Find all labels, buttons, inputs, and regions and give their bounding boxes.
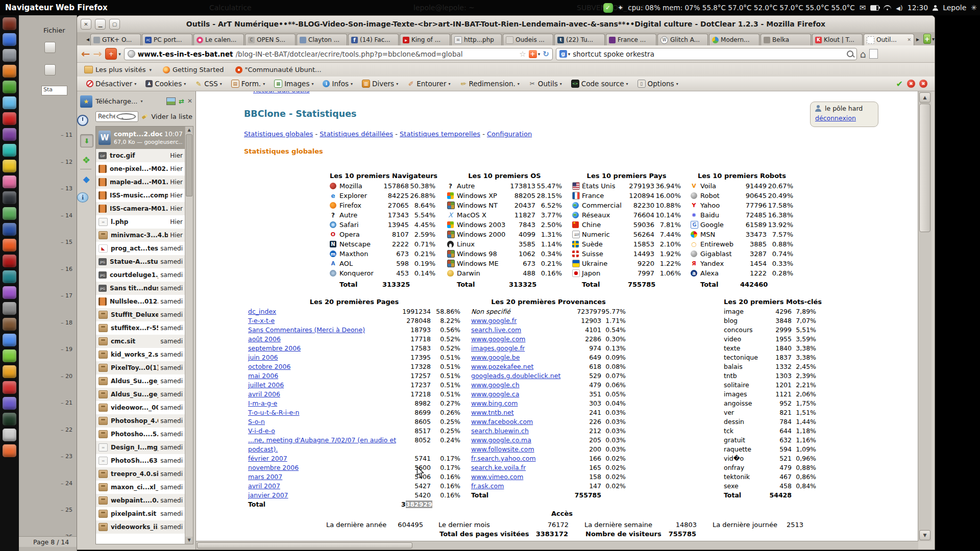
- download-list-item[interactable]: videowor..._00.zipsamedi: [96, 401, 185, 414]
- row-link[interactable]: www.facebook.com: [471, 417, 572, 427]
- row-link[interactable]: septembre 2006: [248, 344, 401, 353]
- webdev-menu-images[interactable]: Images▾: [270, 80, 317, 88]
- webdev-menu-source[interactable]: Code source▾: [567, 80, 632, 88]
- download-list-item[interactable]: kid_works_2.sitsamedi: [96, 348, 185, 361]
- webdev-menu-info[interactable]: Infos▾: [318, 80, 357, 88]
- row-link[interactable]: www.google.co.ma: [471, 436, 572, 445]
- chevron-down-icon[interactable]: ▾: [140, 99, 142, 104]
- reload-icon[interactable]: ↻: [543, 49, 549, 59]
- download-list-item[interactable]: stuffitex...r-55.sitsamedi: [96, 321, 185, 335]
- css-valid-icon[interactable]: ✔: [896, 79, 903, 89]
- scroll-down-icon[interactable]: ▼: [919, 530, 930, 540]
- dock-app-icon[interactable]: [3, 144, 16, 157]
- row-link[interactable]: V-i-d-e-o: [248, 427, 401, 436]
- row-link[interactable]: www.google.fr: [471, 316, 572, 325]
- dock-app-icon[interactable]: [3, 49, 16, 62]
- download-list-item[interactable]: Design_I...mg_.binsamedi: [96, 441, 185, 454]
- tab-scroll-left-icon[interactable]: ◂: [86, 36, 89, 43]
- tab-klout-t-[interactable]: Klout | T...: [812, 34, 863, 45]
- download-list-item[interactable]: ISS-music...comp.mp4Hier: [96, 189, 185, 202]
- bookmark-star-icon[interactable]: ☆: [519, 49, 526, 59]
- add-icon[interactable]: +: [529, 50, 537, 58]
- dock-app-icon[interactable]: [3, 413, 16, 425]
- download-list-item[interactable]: troc.gifHier: [96, 149, 185, 162]
- list-all-tabs-icon[interactable]: ▾: [932, 36, 935, 42]
- addons-panel-icon[interactable]: ❖: [80, 154, 92, 166]
- row-link[interactable]: janvier 2007: [248, 491, 401, 500]
- scroll-up-icon[interactable]: ▲: [185, 127, 193, 134]
- row-link[interactable]: www.google.be: [471, 353, 572, 362]
- row-link[interactable]: février 2007: [248, 454, 401, 463]
- dock-app-icon[interactable]: [3, 160, 16, 172]
- window-titlebar[interactable]: ✕ ▁ ▢ Outils - ArT Numérique••**-BLOG-Vi…: [77, 16, 935, 33]
- scrollbar-thumb[interactable]: [186, 134, 192, 196]
- scrollbar-thumb[interactable]: [197, 542, 412, 548]
- row-link[interactable]: fr.ask.com: [471, 482, 572, 491]
- row-link[interactable]: avril 2007: [248, 482, 401, 491]
- downloads-search-input[interactable]: Recherc: [95, 111, 138, 122]
- row-link[interactable]: I-m-a-g-e: [248, 399, 401, 408]
- download-list-item[interactable]: Nullslee...012.mp4samedi: [96, 295, 185, 308]
- username[interactable]: Lepole: [943, 4, 966, 12]
- horizontal-scrollbar[interactable]: [196, 541, 918, 549]
- tab-clayton-[interactable]: Clayton ...: [297, 34, 347, 45]
- url-bar[interactable]: www.t-es-in-t-es-bat.net /blog-IN-et-BAT…: [124, 48, 553, 60]
- bookmark-item[interactable]: "Communauté Ubunt...: [235, 66, 322, 73]
- row-link[interactable]: search.bluewin.ch: [471, 427, 572, 436]
- download-list-item[interactable]: Sans tit...ndus.jpgsamedi: [96, 282, 185, 295]
- download-list-item[interactable]: one-pixel...-M02.movHier: [96, 162, 185, 176]
- error-icon[interactable]: ✖: [919, 80, 927, 88]
- window-close-button[interactable]: ✕: [81, 19, 91, 30]
- background-toolbar-icon[interactable]: [44, 42, 56, 53]
- bookmark-item[interactable]: Getting Started: [163, 66, 224, 73]
- tab--22-tu-[interactable]: (22) Tu...: [554, 34, 605, 45]
- dock-app-icon[interactable]: [3, 223, 16, 236]
- window-minimize-button[interactable]: ▁: [95, 19, 106, 30]
- row-link[interactable]: search.live.com: [471, 325, 572, 335]
- row-link[interactable]: juin 2006: [248, 353, 401, 362]
- download-list-item[interactable]: ISS-camera-M01.movHier: [96, 202, 185, 215]
- row-link[interactable]: ...ne, meeting d'Aubagne 7/02/07 (en aud…: [248, 436, 401, 454]
- row-link[interactable]: mars 2007: [248, 472, 401, 482]
- dock-app-icon[interactable]: [3, 365, 16, 378]
- download-list-item[interactable]: webpaint....0.1.sitsamedi: [96, 494, 185, 507]
- dock-app-icon[interactable]: [3, 128, 16, 141]
- tab-modern-[interactable]: Modern...: [709, 34, 760, 45]
- dock-app-icon[interactable]: [3, 286, 16, 299]
- background-window-title[interactable]: lepole@lepole: ~: [413, 4, 475, 12]
- stats-nav-link[interactable]: Statistiques détaillées: [320, 130, 393, 138]
- webdev-menu-misc[interactable]: Divers▾: [358, 80, 402, 88]
- clock[interactable]: 12:30: [908, 4, 928, 12]
- tab-outil-[interactable]: Outil...✕: [864, 34, 914, 45]
- webdev-menu-css[interactable]: CSS▾: [191, 80, 226, 88]
- back-button[interactable]: ←: [81, 48, 90, 60]
- page-icon[interactable]: [869, 49, 878, 59]
- tab-gtk-o-[interactable]: GTK+ O...: [90, 34, 141, 45]
- dock-app-icon[interactable]: [3, 191, 16, 204]
- dock-app-icon[interactable]: [3, 176, 16, 188]
- gamepad-icon[interactable]: ✦: [618, 4, 624, 12]
- update-ok-icon[interactable]: ✓: [603, 3, 613, 13]
- dock-app-icon[interactable]: [3, 96, 16, 109]
- download-list-item[interactable]: Photosho....5.1.sitsamedi: [96, 428, 185, 441]
- stats-nav-link[interactable]: Statistiques globales: [244, 130, 313, 138]
- mail-icon[interactable]: ✉: [860, 3, 866, 12]
- user-icon[interactable]: [933, 5, 938, 11]
- clear-list-button[interactable]: Vider la liste: [151, 113, 192, 120]
- downloads-scrollbar[interactable]: ▲ ▼: [185, 127, 193, 544]
- info-panel-icon[interactable]: i: [77, 192, 88, 203]
- row-link[interactable]: dc_index: [248, 307, 401, 316]
- download-list-item[interactable]: Statue-A...stus.jpgsamedi: [96, 255, 185, 268]
- stats-nav-link[interactable]: Configuration: [487, 130, 532, 138]
- tab-close-icon[interactable]: ✕: [907, 37, 911, 42]
- tab-open-s-[interactable]: OPEN S...: [245, 34, 296, 45]
- row-link[interactable]: www.pozekafee.net: [471, 362, 572, 371]
- row-link[interactable]: www.google.ca: [471, 390, 572, 399]
- row-link[interactable]: www.bing.com: [471, 399, 572, 408]
- dock-app-icon[interactable]: [3, 397, 16, 410]
- row-link[interactable]: août 2006: [248, 335, 401, 344]
- sync-arrows-icon[interactable]: ⇄: [179, 97, 184, 105]
- dock-app-icon[interactable]: [3, 381, 16, 394]
- tab-belka[interactable]: Belka: [761, 34, 811, 45]
- scroll-down-icon[interactable]: ▼: [185, 537, 193, 544]
